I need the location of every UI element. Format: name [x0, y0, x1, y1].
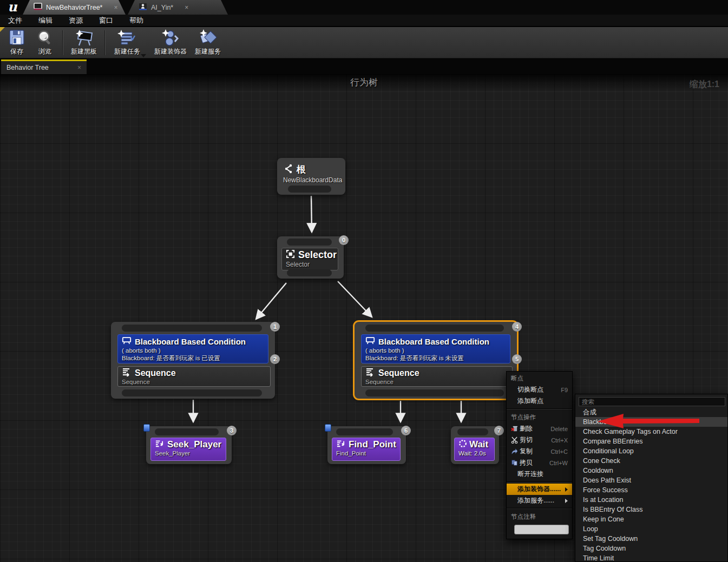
new-task-dropdown-icon[interactable] [141, 54, 146, 57]
input-pin[interactable] [287, 239, 332, 246]
execution-order-badge: 5 [512, 354, 522, 364]
root-icon [284, 164, 293, 176]
output-pin[interactable] [365, 389, 504, 396]
submenu-item[interactable]: Is at Location [575, 495, 728, 505]
window-tab-label: AI_Yin* [151, 4, 173, 11]
execution-order-badge: 1 [270, 322, 280, 332]
decorator-blackboard-condition[interactable]: Blackboard Based Condition ( aborts both… [361, 334, 510, 363]
menu-help[interactable]: 帮助 [121, 15, 152, 27]
output-pin[interactable] [122, 389, 262, 396]
output-pin[interactable] [288, 186, 331, 193]
ai-pawn-icon [139, 3, 147, 12]
new-decorator-button[interactable]: 新建装饰器 [152, 29, 189, 56]
menu-item-duplicate[interactable]: 拷贝 Ctrl+W [507, 457, 572, 468]
input-pin[interactable] [365, 325, 504, 332]
close-icon[interactable]: × [77, 64, 81, 71]
blackboard-key-icon [325, 424, 331, 432]
new-decorator-icon [160, 29, 181, 47]
composite-sequence[interactable]: Sequence Sequence [117, 366, 271, 387]
decorator-blackboard-condition[interactable]: Blackboard Based Condition ( aborts both… [117, 334, 268, 363]
node-left-branch[interactable]: Blackboard Based Condition ( aborts both… [111, 322, 275, 399]
submenu-item[interactable]: Set Tag Cooldown [575, 534, 728, 544]
submenu-item[interactable]: Keep in Cone [575, 514, 728, 524]
toolbar-separator [104, 30, 105, 55]
browse-button[interactable]: 浏览 [32, 29, 57, 56]
submenu-item[interactable]: Force Success [575, 485, 728, 495]
submenu-item[interactable]: Check Gameplay Tags on Actor [575, 427, 728, 437]
search-input[interactable] [579, 397, 725, 406]
submenu-item[interactable]: Tag Cooldown [575, 544, 728, 553]
window-tab-behavior-tree[interactable]: NewBehaviorTree* × [23, 0, 126, 15]
submenu-item[interactable]: Is BBEntry Of Class [575, 505, 728, 514]
tab-behavior-tree[interactable]: Behavior Tree × [1, 59, 87, 74]
new-blackboard-button[interactable]: 新建黑板 [67, 29, 101, 56]
delete-icon [511, 425, 520, 432]
menu-asset[interactable]: 资源 [61, 15, 91, 27]
window-tab-bar: u NewBehaviorTree* × AI_Yin* × [0, 0, 728, 15]
duplicate-icon [511, 459, 520, 466]
sequence-icon [365, 368, 375, 379]
composite-sequence[interactable]: Sequence Sequence [361, 366, 513, 387]
node-root[interactable]: 根 NewBlackboardData [277, 158, 345, 195]
node-comment-input[interactable] [514, 525, 569, 534]
menu-separator [507, 481, 572, 482]
add-decorator-submenu: 合成 Blackboard Check Gameplay Tags on Act… [575, 394, 728, 562]
menu-item-delete[interactable]: 删除 Delete [507, 423, 572, 434]
new-service-button[interactable]: 新建服务 [192, 29, 224, 56]
submenu-item[interactable]: Does Path Exist [575, 475, 728, 485]
document-tab-row: Behavior Tree × [0, 58, 728, 74]
graph-title: 行为树 [0, 76, 728, 89]
menu-item-break-links[interactable]: 断开连接 [507, 468, 572, 480]
node-selector[interactable]: Selector Selector 0 [277, 236, 344, 279]
execution-order-badge: 3 [227, 426, 237, 435]
task-box[interactable]: Seek_Player Seek_Player [150, 438, 226, 461]
submenu-item-composite[interactable]: 合成 [575, 407, 728, 417]
menu-item-add-service[interactable]: 添加服务...... [507, 495, 572, 506]
menu-item-add-decorator[interactable]: 添加装饰器...... [507, 484, 572, 495]
wait-icon [458, 439, 467, 450]
menu-item-cut[interactable]: 剪切 Ctrl+X [507, 434, 572, 446]
input-pin[interactable] [457, 428, 488, 435]
sequence-icon [122, 368, 132, 379]
input-pin[interactable] [336, 428, 393, 435]
submenu-arrow-icon [565, 499, 568, 503]
submenu-item-blackboard[interactable]: Blackboard [575, 417, 728, 427]
submenu-item[interactable]: Cone Check [575, 456, 728, 466]
menu-window[interactable]: 窗口 [91, 15, 121, 27]
toolbar-separator [62, 30, 63, 55]
new-task-button[interactable]: 新建任务 [110, 29, 144, 56]
node-find-point[interactable]: Find_Point Find_Point 6 [327, 426, 406, 464]
close-icon[interactable]: × [185, 4, 188, 11]
zoom-level-label: 缩放1:1 [690, 79, 719, 90]
menu-edit[interactable]: 编辑 [30, 15, 61, 27]
submenu-item[interactable]: Time Limit [575, 553, 728, 562]
node-wait[interactable]: Wait Wait: 2.0s 7 [451, 426, 499, 464]
task-box[interactable]: Find_Point Find_Point [332, 438, 401, 461]
submenu-item[interactable]: Loop [575, 524, 728, 534]
window-tab-ai-yin[interactable]: AI_Yin* × [128, 0, 228, 15]
behavior-tree-asset-icon [34, 3, 42, 12]
menu-item-toggle-breakpoint[interactable]: 切换断点 F9 [507, 384, 572, 395]
close-icon[interactable]: × [114, 4, 117, 11]
submenu-item[interactable]: Conditional Loop [575, 446, 728, 456]
section-header-node-comment: 节点注释 [507, 510, 572, 523]
output-pin[interactable] [287, 269, 332, 276]
task-icon [155, 440, 164, 450]
input-pin[interactable] [122, 325, 262, 332]
submenu-item[interactable]: Compare BBEntries [575, 437, 728, 446]
menu-bar: 文件 编辑 资源 窗口 帮助 [0, 15, 728, 27]
save-button[interactable]: 保存 [4, 29, 29, 56]
task-box[interactable]: Wait Wait: 2.0s [454, 438, 495, 461]
decorator-list: 合成 Blackboard Check Gameplay Tags on Act… [575, 407, 728, 562]
input-pin[interactable] [155, 428, 219, 435]
blackboard-key-icon [143, 424, 150, 432]
node-seek-player[interactable]: Seek_Player Seek_Player 3 [146, 426, 232, 464]
node-right-branch[interactable]: Blackboard Based Condition ( aborts both… [355, 322, 517, 399]
new-task-icon [116, 29, 138, 47]
submenu-item[interactable]: Cooldown [575, 466, 728, 475]
menu-item-copy[interactable]: 复制 Ctrl+C [507, 446, 572, 457]
menu-item-add-breakpoint[interactable]: 添加断点 [507, 395, 572, 407]
menu-file[interactable]: 文件 [0, 15, 30, 27]
submenu-arrow-icon [565, 487, 568, 492]
unreal-logo-icon: u [3, 0, 22, 15]
